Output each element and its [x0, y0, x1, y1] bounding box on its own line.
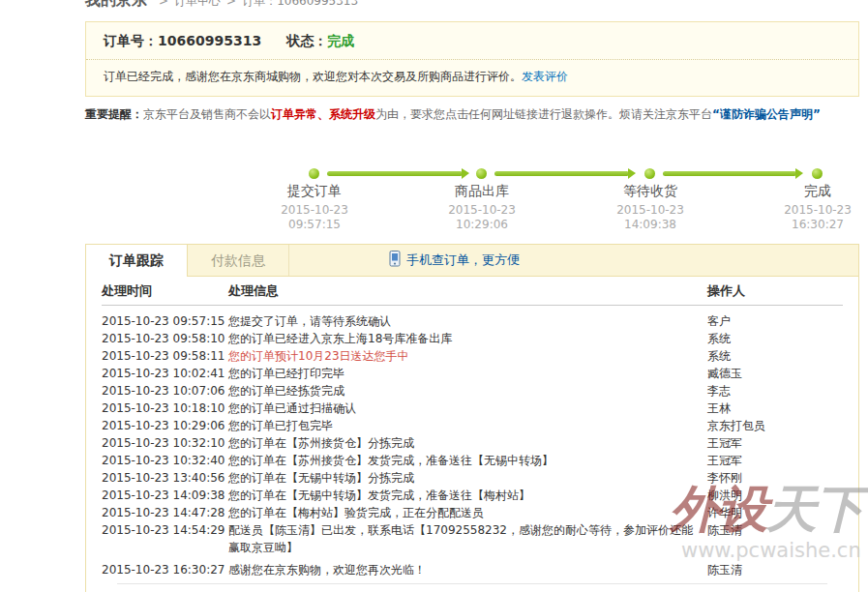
row-operator: 柳洪明 — [707, 487, 833, 504]
order-number-label: 订单号： — [104, 33, 158, 48]
timeline-arrow — [327, 171, 463, 176]
step-label: 商品出库 — [419, 183, 545, 200]
timeline-arrow — [494, 171, 629, 176]
table-row: 2015-10-23 10:18:10 您的订单已通过扫描确认 王林 — [102, 400, 843, 417]
header-time: 处理时间 — [102, 282, 228, 300]
row-operator: 王冠军 — [707, 434, 833, 452]
post-review-link[interactable]: 发表评价 — [522, 70, 568, 83]
breadcrumb-order-center-link[interactable]: 订单中心 — [174, 0, 221, 8]
breadcrumb: 我的京东>订单中心>订单：10660995313 — [85, 0, 358, 11]
notice-label: 重要提醒： — [85, 107, 143, 121]
row-process-info: 您的订单已经拣货完成 — [228, 382, 707, 400]
table-row: 2015-10-23 09:58:11 您的订单预计10月23日送达您手中 系统 — [102, 347, 843, 365]
row-process-time: 2015-10-23 10:32:10 — [102, 434, 228, 452]
tab-order-tracking[interactable]: 订单跟踪 — [86, 245, 188, 277]
row-process-time: 2015-10-23 10:07:06 — [102, 382, 228, 400]
breadcrumb-separator: > — [159, 0, 168, 8]
row-operator: 陈玉清 — [707, 521, 833, 556]
order-number-value: 10660995313 — [158, 33, 261, 48]
timeline-step-completed: 完成 2015-10-23 16:30:27 — [755, 183, 868, 232]
notice-highlight: 订单异常、系统升级 — [271, 107, 375, 121]
row-process-time: 2015-10-23 10:18:10 — [102, 400, 228, 417]
step-date: 2015-10-23 — [755, 203, 868, 218]
row-process-time: 2015-10-23 10:02:41 — [102, 365, 228, 382]
row-process-info: 您的订单预计10月23日送达您手中 — [228, 347, 707, 365]
step-label: 完成 — [755, 183, 868, 200]
table-row: 2015-10-23 10:32:10 您的订单在【苏州接货仓】分拣完成 王冠军 — [102, 434, 843, 452]
row-process-time: 2015-10-23 14:54:29 — [102, 521, 228, 556]
mobile-order-check-label: 手机查订单，更方便 — [406, 252, 520, 269]
row-process-time: 2015-10-23 10:32:40 — [102, 452, 228, 469]
row-operator: 京东打包员 — [707, 417, 833, 434]
step-label: 提交订单 — [252, 183, 377, 200]
row-process-info: 您提交了订单，请等待系统确认 — [228, 312, 707, 330]
table-row: 2015-10-23 16:30:27 感谢您在京东购物，欢迎您再次光临！ 陈玉… — [102, 561, 843, 578]
timeline-dot — [812, 168, 823, 179]
row-process-info: 配送员【陈玉清】已出发，联系电话【17092558232，感谢您的耐心等待，参加… — [228, 521, 707, 556]
phone-icon — [389, 251, 401, 270]
row-operator: 臧德玉 — [707, 365, 833, 382]
header-info: 处理信息 — [228, 282, 707, 300]
order-status-value: 完成 — [327, 33, 354, 48]
row-process-time: 2015-10-23 09:58:11 — [102, 347, 228, 365]
timeline-step-shipped: 商品出库 2015-10-23 10:29:06 — [419, 183, 545, 232]
row-process-time: 2015-10-23 09:57:15 — [102, 312, 228, 330]
header-operator: 操作人 — [707, 282, 833, 300]
tab-payment-info[interactable]: 付款信息 — [188, 245, 289, 276]
table-row: 2015-10-23 14:47:28 您的订单在【梅村站】验货完成，正在分配配… — [102, 504, 843, 521]
timeline-arrow — [663, 171, 796, 176]
row-process-time: 2015-10-23 13:40:56 — [102, 469, 228, 487]
table-row: 2015-10-23 10:02:41 您的订单已经打印完毕 臧德玉 — [102, 365, 843, 382]
fraud-notice: 重要提醒：京东平台及销售商不会以订单异常、系统升级为由，要求您点击任何网址链接进… — [85, 106, 864, 123]
order-complete-message-row: 订单已经完成，感谢您在京东商城购物，欢迎您对本次交易及所购商品进行评价。发表评价 — [86, 60, 858, 96]
table-row: 2015-10-23 14:09:38 您的订单在【无锡中转场】发货完成，准备送… — [102, 487, 843, 504]
order-progress-timeline: 提交订单 2015-10-23 09:57:15 商品出库 2015-10-23… — [85, 164, 859, 237]
row-process-info: 您的订单已通过扫描确认 — [228, 400, 707, 417]
breadcrumb-order-number: 订单：10660995313 — [242, 0, 358, 8]
table-row: 2015-10-23 09:57:15 您提交了订单，请等待系统确认 客户 — [102, 312, 843, 330]
notice-text-2: 为由，要求您点击任何网址链接进行退款操作。烦请关注京东平台 — [375, 107, 712, 121]
row-process-time: 2015-10-23 09:58:10 — [102, 330, 228, 347]
row-operator: 李志 — [707, 382, 833, 400]
order-tracking-panel: 订单跟踪 付款信息 手机查订单，更方便 处理时间 处理信息 操作人 2015-1… — [85, 244, 859, 592]
row-process-info: 您的订单在【苏州接货仓】分拣完成 — [228, 434, 707, 452]
row-process-info: 您的订单在【无锡中转场】发货完成，准备送往【梅村站】 — [228, 487, 707, 504]
row-process-time: 2015-10-23 14:09:38 — [102, 487, 228, 504]
tracking-table-body: 2015-10-23 09:57:15 您提交了订单，请等待系统确认 客户 20… — [102, 306, 843, 578]
row-process-info: 您的订单已打包完毕 — [228, 417, 707, 434]
row-operator: 系统 — [707, 347, 833, 365]
anti-fraud-statement-link[interactable]: “谨防诈骗公告声明” — [712, 107, 821, 121]
order-status-row: 订单号：10660995313状态：完成 — [86, 22, 858, 60]
table-row: 2015-10-23 13:40:56 您的订单在【无锡中转场】分拣完成 李怀刚 — [102, 469, 843, 487]
table-row: 2015-10-23 10:07:06 您的订单已经拣货完成 李志 — [102, 382, 843, 400]
row-process-info: 您的订单在【苏州接货仓】发货完成，准备送往【无锡中转场】 — [228, 452, 707, 469]
order-complete-message: 订单已经完成，感谢您在京东商城购物，欢迎您对本次交易及所购商品进行评价。 — [104, 70, 522, 83]
tracking-table-header: 处理时间 处理信息 操作人 — [102, 277, 843, 306]
step-time: 09:57:15 — [252, 218, 377, 232]
step-date: 2015-10-23 — [252, 203, 377, 218]
row-process-info: 感谢您在京东购物，欢迎您再次光临！ — [228, 561, 707, 578]
timeline-dot — [476, 168, 487, 179]
mobile-order-check-link[interactable]: 手机查订单，更方便 — [389, 245, 520, 276]
timeline-step-awaiting-receipt: 等待收货 2015-10-23 14:09:38 — [587, 183, 713, 232]
row-process-info: 您的订单已经打印完毕 — [228, 365, 707, 382]
breadcrumb-my-jd-link[interactable]: 我的京东 — [85, 0, 147, 9]
row-operator: 陈玉清 — [707, 561, 833, 578]
order-status-label: 状态： — [286, 33, 327, 48]
step-label: 等待收货 — [587, 183, 713, 200]
row-process-info: 您的订单已经进入京东上海18号库准备出库 — [228, 330, 707, 347]
table-row: 2015-10-23 14:54:29 配送员【陈玉清】已出发，联系电话【170… — [102, 521, 843, 556]
shipping-summary: 送货方式：普通快递 承运人：京东快递 货运单号：10660995313 — [117, 583, 827, 592]
breadcrumb-separator: > — [226, 0, 236, 8]
row-operator: 李怀刚 — [707, 469, 833, 487]
row-operator: 许华明 — [707, 504, 833, 521]
step-time: 14:09:38 — [587, 218, 713, 232]
row-operator: 王冠军 — [707, 452, 833, 469]
step-date: 2015-10-23 — [419, 203, 545, 218]
row-process-info: 您的订单在【无锡中转场】分拣完成 — [228, 469, 707, 487]
step-time: 16:30:27 — [755, 218, 868, 232]
panel-tab-bar: 订单跟踪 付款信息 手机查订单，更方便 — [86, 245, 858, 277]
table-row: 2015-10-23 10:29:06 您的订单已打包完毕 京东打包员 — [102, 417, 843, 434]
table-row: 2015-10-23 10:32:40 您的订单在【苏州接货仓】发货完成，准备送… — [102, 452, 843, 469]
timeline-step-submitted: 提交订单 2015-10-23 09:57:15 — [252, 183, 377, 232]
